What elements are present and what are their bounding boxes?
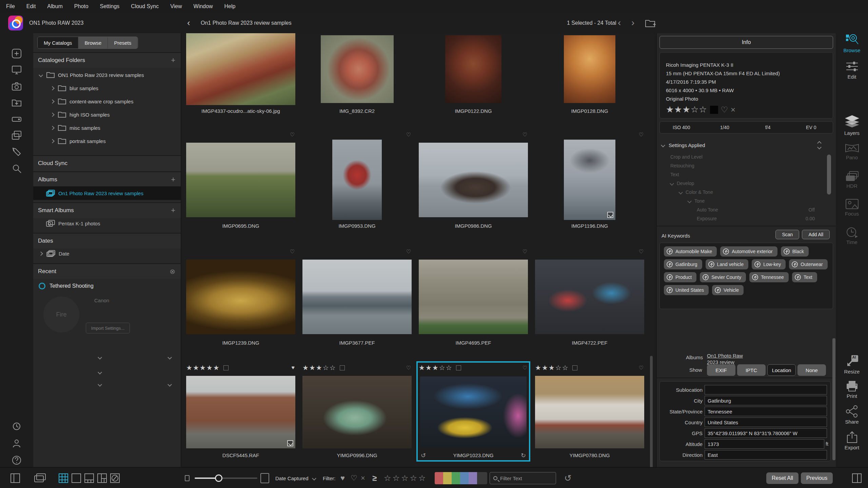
field-input-direction[interactable]: East — [705, 450, 827, 460]
section-albums[interactable]: Albums + — [33, 171, 181, 187]
menu-window[interactable]: Window — [194, 3, 213, 9]
photo-cell-yimgp0780-dng[interactable]: ★★★☆☆♡YIMGP0780.DNG — [535, 363, 644, 461]
detail-view-icon[interactable] — [70, 472, 83, 485]
color-swatch-2[interactable] — [443, 472, 452, 484]
search-icon[interactable] — [10, 162, 23, 175]
field-input-city[interactable]: Gatlinburg — [705, 396, 827, 405]
folder-blur-samples[interactable]: blur samples — [33, 82, 181, 95]
photo-cell-imgp1196-dng[interactable]: ♡IMGP1196.DNG — [535, 129, 644, 231]
like-heart-icon[interactable]: ♡ — [406, 248, 411, 255]
info-panel-scrollbar[interactable] — [832, 338, 835, 460]
photo-cell-imgp4337-ocudro-atic-sky-06-jpg[interactable]: IMGP4337-ocudro...atic-sky-06.jpg — [186, 33, 295, 117]
tab-browse[interactable]: Browse — [78, 37, 108, 48]
clear-recent-icon[interactable]: ⊗ — [170, 267, 175, 276]
settings-applied-header[interactable]: Settings Applied — [662, 142, 831, 148]
photo-thumbnail[interactable] — [564, 35, 615, 103]
show-tab-exif[interactable]: EXIF — [707, 364, 735, 376]
menu-settings[interactable]: Settings — [100, 3, 120, 9]
show-tab-location[interactable]: Location — [767, 364, 796, 376]
like-heart-icon[interactable]: ♡ — [522, 248, 527, 255]
add-keyword-icon[interactable] — [723, 248, 729, 255]
photo-cell-imgp0986-dng[interactable]: ♡IMGP0986.DNG — [419, 129, 528, 231]
add-keyword-icon[interactable] — [667, 287, 673, 293]
import-settings-button[interactable]: Import Settings... — [86, 323, 130, 333]
like-heart-icon[interactable]: ♡ — [406, 131, 411, 138]
module-print[interactable]: Print — [836, 380, 868, 399]
keyword-tag-product[interactable]: Product — [664, 272, 696, 282]
rating-stars[interactable]: ★★★☆☆ — [666, 104, 707, 115]
photo-thumbnail[interactable] — [186, 33, 295, 105]
collapsed-section-row[interactable] — [33, 383, 181, 391]
like-heart-icon[interactable]: ♡ — [406, 365, 411, 371]
photo-thumbnail[interactable] — [302, 376, 412, 448]
add-all-button[interactable]: Add All — [802, 230, 830, 239]
thumbnail-size-slider[interactable] — [195, 468, 257, 488]
module-share[interactable]: Share — [836, 405, 868, 425]
photo-thumbnail[interactable] — [445, 35, 501, 103]
show-tab-none[interactable]: None — [797, 364, 826, 376]
settings-scrollbar[interactable] — [827, 155, 831, 195]
photo-thumbnail[interactable] — [419, 260, 528, 334]
flashlight-icon[interactable] — [10, 145, 23, 159]
module-hdr[interactable]: HDR — [836, 171, 868, 189]
photo-cell-imgp3677-pef[interactable]: ♡IMGP3677.PEF — [302, 246, 412, 348]
add-keyword-icon[interactable] — [708, 261, 714, 267]
compare-view-icon[interactable] — [96, 472, 108, 485]
keyword-tag-automobile-make[interactable]: Automobile Make — [664, 246, 717, 257]
photo-cell-imgp0695-dng[interactable]: ♡IMGP0695.DNG — [186, 129, 295, 231]
photo-cell-imgp1239-dng[interactable]: ♡IMGP1239.DNG — [186, 246, 295, 348]
sync-status-icon[interactable] — [10, 420, 23, 433]
section-dates[interactable]: Dates — [33, 233, 181, 248]
photo-cell-imgp4695-pef[interactable]: ♡IMGP4695.PEF — [419, 246, 528, 348]
account-icon[interactable] — [10, 436, 23, 450]
add-smart-album-plus-icon[interactable]: + — [171, 206, 175, 215]
menu-file[interactable]: File — [6, 3, 15, 9]
add-keyword-icon[interactable] — [752, 274, 758, 280]
add-keyword-icon[interactable] — [667, 261, 673, 267]
filter-disliked-icon[interactable]: × — [361, 468, 365, 488]
keyword-tag-united-states[interactable]: United States — [664, 285, 709, 295]
section-recent[interactable]: Recent ⊗ — [33, 263, 181, 279]
filter-text-input[interactable]: Filter Text — [490, 468, 556, 488]
add-keyword-icon[interactable] — [784, 248, 790, 255]
dual-display-icon[interactable] — [34, 468, 46, 488]
keyword-tag-vehicle[interactable]: Vehicle — [712, 285, 744, 295]
add-keyword-icon[interactable] — [754, 261, 761, 267]
like-heart-icon[interactable]: ♡ — [522, 131, 527, 138]
folder-misc-samples[interactable]: misc samples — [33, 121, 181, 134]
color-label-box[interactable] — [223, 365, 229, 370]
section-smart-albums[interactable]: Smart Albums + — [33, 202, 181, 218]
expand-collapse-icon[interactable] — [818, 142, 825, 149]
photo-thumbnail[interactable] — [332, 140, 382, 220]
toggle-right-panel-icon[interactable] — [852, 468, 862, 488]
next-photo-icon[interactable]: › — [631, 17, 634, 28]
keyword-tag-sevier-county[interactable]: Sevier County — [700, 272, 746, 282]
module-layers[interactable]: Layers — [836, 115, 868, 136]
add-folder-icon[interactable] — [645, 18, 656, 28]
module-pano[interactable]: Pano — [836, 143, 868, 160]
like-heart-icon[interactable]: ♡ — [639, 365, 644, 371]
field-input-country[interactable]: United States — [705, 418, 827, 427]
photo-cell-dscf5445-raf[interactable]: ★★★★★♥DSCF5445.RAF — [186, 363, 295, 461]
info-panel-header[interactable]: Info — [659, 36, 833, 49]
sort-dropdown[interactable]: Date Captured — [275, 468, 316, 488]
add-keyword-icon[interactable] — [703, 274, 709, 280]
photo-cell-img-8392-cr2[interactable]: IMG_8392.CR2 — [302, 33, 412, 117]
star-rating[interactable]: ★★★☆☆ — [419, 364, 453, 372]
photo-thumbnail[interactable] — [321, 35, 394, 103]
color-swatch-4[interactable] — [460, 472, 469, 484]
display-icon[interactable] — [10, 63, 23, 77]
color-swatch-5[interactable] — [469, 472, 477, 484]
thumb-size-small-icon[interactable] — [185, 468, 190, 488]
module-browse[interactable]: Browse — [836, 33, 868, 53]
tethered-shooting-row[interactable]: Tethered Shooting — [33, 280, 181, 292]
star-rating[interactable]: ★★★☆☆ — [302, 364, 336, 372]
keyword-tag-outerwear[interactable]: Outerwear — [789, 259, 827, 269]
filmstrip-view-icon[interactable] — [83, 472, 96, 485]
menu-help[interactable]: Help — [224, 3, 235, 9]
tab-my-catalogs[interactable]: My Catalogs — [38, 37, 78, 48]
back-chevron-icon[interactable]: ‹ — [187, 18, 190, 28]
photo-thumbnail[interactable] — [564, 140, 615, 220]
add-keyword-icon[interactable] — [792, 261, 798, 267]
folder-root[interactable]: ON1 Photo Raw 2023 review samples — [33, 68, 181, 81]
